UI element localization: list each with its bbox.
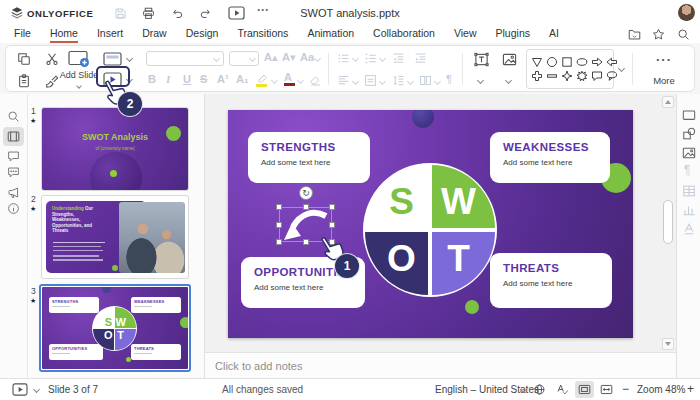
wheel-quadrant-s[interactable]: S [365, 165, 428, 228]
menu-draw[interactable]: Draw [142, 27, 167, 43]
fit-to-width-button[interactable] [600, 383, 613, 396]
format-painter-button[interactable] [45, 74, 59, 88]
decrease-font-button[interactable]: A▾ [282, 51, 295, 64]
change-case-button[interactable]: Aa [300, 51, 314, 64]
highlight-color-button[interactable] [256, 72, 269, 87]
swot-wheel[interactable]: S W O T [363, 163, 497, 297]
vertical-align-button[interactable] [364, 74, 377, 87]
textart-settings-icon[interactable] [682, 222, 696, 236]
bullets-button[interactable] [337, 52, 350, 65]
editing-canvas[interactable]: STRENGTHS Add some text here WEAKNESSES … [205, 94, 676, 352]
comments-icon[interactable] [7, 150, 20, 163]
shape-star4-icon[interactable] [561, 70, 573, 82]
resize-handle[interactable] [303, 239, 309, 245]
shape-arrow-right-icon[interactable] [591, 56, 603, 68]
slideshow-options-chevron[interactable] [33, 386, 40, 393]
scrollbar-thumb[interactable] [663, 200, 673, 244]
shape-triangle-icon[interactable] [531, 56, 543, 68]
slide-thumbnail-1[interactable]: SWOT Analysis of [university name] [42, 108, 188, 190]
shape-speech-rect-icon[interactable] [591, 70, 603, 82]
slide-thumbnail-3-selected[interactable]: STRENGTHS WEAKNESSES OPPORTUNITIES THREA… [39, 284, 191, 372]
insert-textbox-button[interactable] [474, 52, 489, 67]
shape-ellipse-icon[interactable] [576, 56, 588, 68]
menu-plugins[interactable]: Plugins [496, 27, 530, 43]
menu-collaboration[interactable]: Collaboration [373, 27, 435, 43]
clear-style-button[interactable] [309, 74, 322, 87]
chat-icon[interactable] [7, 166, 20, 179]
menu-ai[interactable]: AI [549, 27, 559, 43]
threats-textbox[interactable]: THREATS Add some text here [490, 253, 612, 308]
more-button[interactable]: ··· More [644, 52, 684, 86]
shape-plus-icon[interactable] [531, 70, 543, 82]
open-file-location-icon[interactable] [628, 28, 641, 41]
wheel-quadrant-o[interactable]: O [365, 232, 428, 295]
insert-image-chevron[interactable] [505, 77, 512, 84]
shapes-gallery[interactable] [526, 49, 614, 89]
shape-settings-icon[interactable] [682, 127, 696, 141]
highlight-color-chevron[interactable] [271, 77, 278, 84]
about-icon[interactable] [7, 202, 20, 215]
cut-button[interactable] [45, 52, 59, 66]
menu-file[interactable]: File [14, 27, 31, 43]
bullets-chevron[interactable] [352, 55, 359, 62]
zoom-out-button[interactable]: − [622, 382, 629, 396]
menu-home[interactable]: Home [50, 27, 78, 43]
shape-speech-oval-icon[interactable] [606, 70, 618, 82]
search-icon[interactable] [677, 28, 690, 41]
line-spacing-chevron[interactable] [407, 78, 414, 85]
increase-font-button[interactable]: A▴ [264, 51, 277, 64]
resize-handle[interactable] [276, 222, 282, 228]
menu-insert[interactable]: Insert [97, 27, 123, 43]
undo-button[interactable] [171, 7, 184, 20]
layout-chevron[interactable] [126, 55, 133, 62]
change-layout-button[interactable] [103, 52, 122, 66]
image-settings-icon[interactable] [682, 146, 696, 160]
increase-indent-button[interactable] [414, 52, 427, 65]
shape-square-icon[interactable] [561, 56, 573, 68]
vertical-align-chevron[interactable] [379, 78, 386, 85]
chart-settings-icon[interactable] [682, 203, 696, 217]
zoom-in-button[interactable]: + [687, 382, 694, 396]
fit-to-slide-button[interactable] [578, 383, 591, 396]
resize-handle[interactable] [303, 204, 309, 210]
copy-button[interactable] [17, 52, 31, 66]
resize-handle[interactable] [329, 204, 335, 210]
menu-design[interactable]: Design [186, 27, 219, 43]
strikeout-button[interactable]: S [200, 73, 207, 86]
current-slide[interactable]: STRENGTHS Add some text here WEAKNESSES … [228, 110, 633, 338]
superscript-button[interactable]: A¹ [217, 73, 229, 86]
wheel-quadrant-w[interactable]: W [432, 165, 495, 228]
paragraph-settings-button[interactable]: ¶ [446, 73, 452, 86]
horizontal-align-chevron[interactable] [352, 78, 359, 85]
save-button[interactable] [114, 7, 127, 20]
set-language-globe-icon[interactable] [533, 383, 546, 396]
subscript-button[interactable]: A₁ [236, 73, 249, 86]
shape-burst-icon[interactable] [576, 70, 588, 82]
add-slide-icon[interactable] [68, 50, 90, 68]
wheel-quadrant-t[interactable]: T [432, 232, 495, 295]
shapes-gallery-chevron[interactable] [618, 65, 625, 72]
user-avatar[interactable] [678, 4, 695, 21]
resize-handle[interactable] [276, 204, 282, 210]
columns-button[interactable] [419, 74, 432, 87]
decrease-indent-button[interactable] [392, 52, 405, 65]
bold-button[interactable]: B [148, 73, 156, 86]
font-color-chevron[interactable] [297, 77, 304, 84]
resize-handle[interactable] [329, 222, 335, 228]
columns-chevron[interactable] [434, 78, 441, 85]
shape-minus-icon[interactable] [546, 70, 558, 82]
menu-animation[interactable]: Animation [307, 27, 354, 43]
line-spacing-button[interactable] [392, 74, 405, 87]
scroll-up-button[interactable] [662, 96, 674, 108]
spellcheck-icon[interactable] [556, 383, 569, 396]
slide-thumbnail-2[interactable]: Understanding Our Strengths, Weaknesses,… [42, 196, 188, 278]
insert-image-button[interactable] [502, 52, 517, 67]
font-size-select[interactable] [229, 51, 259, 66]
print-button[interactable] [142, 7, 155, 20]
find-icon[interactable] [7, 110, 20, 123]
feedback-icon[interactable] [7, 186, 20, 199]
rotate-handle[interactable]: ↻ [299, 186, 313, 200]
font-color-button[interactable]: A [284, 72, 295, 86]
shape-circle-icon[interactable] [546, 56, 558, 68]
underline-button[interactable]: U [183, 73, 191, 86]
